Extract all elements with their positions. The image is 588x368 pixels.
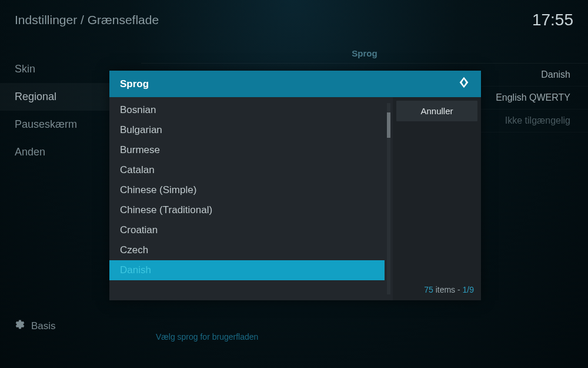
list-item[interactable]: Chinese (Simple)	[109, 180, 385, 200]
list-item[interactable]: Czech	[109, 240, 385, 260]
list-pane: BosnianBulgarianBurmeseCatalanChinese (S…	[109, 97, 393, 300]
items-word: items -	[433, 285, 463, 294]
list-item[interactable]: Burmese	[109, 140, 385, 160]
section-header: Sprog	[141, 44, 588, 64]
settings-level-label: Basis	[31, 320, 56, 332]
list-item[interactable]: Danish	[109, 260, 385, 280]
page-indicator: 1/9	[463, 285, 474, 294]
gear-icon	[15, 319, 25, 333]
breadcrumb: Indstillinger / Grænseflade	[15, 13, 159, 27]
dialog-body: BosnianBulgarianBurmeseCatalanChinese (S…	[109, 97, 481, 300]
list-item[interactable]: Croatian	[109, 220, 385, 240]
footer-hint: Vælg sprog for brugerfladen	[156, 332, 258, 342]
dialog-header: Sprog	[109, 71, 481, 97]
action-pane: Annuller 75 items - 1/9	[393, 97, 481, 300]
language-list[interactable]: BosnianBulgarianBurmeseCatalanChinese (S…	[109, 100, 385, 297]
clock: 17:55	[532, 11, 573, 29]
list-item[interactable]: Catalan	[109, 160, 385, 180]
settings-level[interactable]: Basis	[15, 319, 56, 333]
header: Indstillinger / Grænseflade 17:55	[0, 0, 588, 38]
list-item[interactable]: Bulgarian	[109, 120, 385, 140]
scrollbar-thumb[interactable]	[387, 112, 390, 137]
list-item[interactable]: Chinese (Traditional)	[109, 200, 385, 220]
cancel-button[interactable]: Annuller	[396, 101, 477, 121]
language-dialog: Sprog BosnianBulgarianBurmeseCatalanChin…	[109, 71, 481, 300]
kodi-logo-icon	[457, 76, 470, 92]
item-count: 75	[424, 285, 433, 294]
dialog-title: Sprog	[120, 78, 149, 90]
scrollbar[interactable]	[387, 103, 390, 294]
list-item[interactable]: Bosnian	[109, 100, 385, 120]
page-counter: 75 items - 1/9	[396, 283, 477, 297]
